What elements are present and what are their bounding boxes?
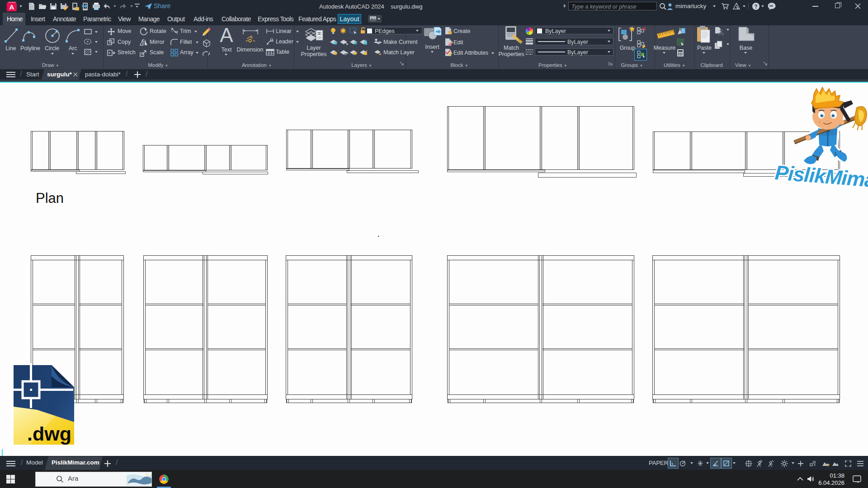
svg-text:PislikMimar: PislikMimar <box>774 161 868 192</box>
svg-text:.dwg: .dwg <box>27 423 71 445</box>
svg-text:Plan: Plan <box>36 190 64 206</box>
svg-text:!: ! <box>828 464 829 467</box>
